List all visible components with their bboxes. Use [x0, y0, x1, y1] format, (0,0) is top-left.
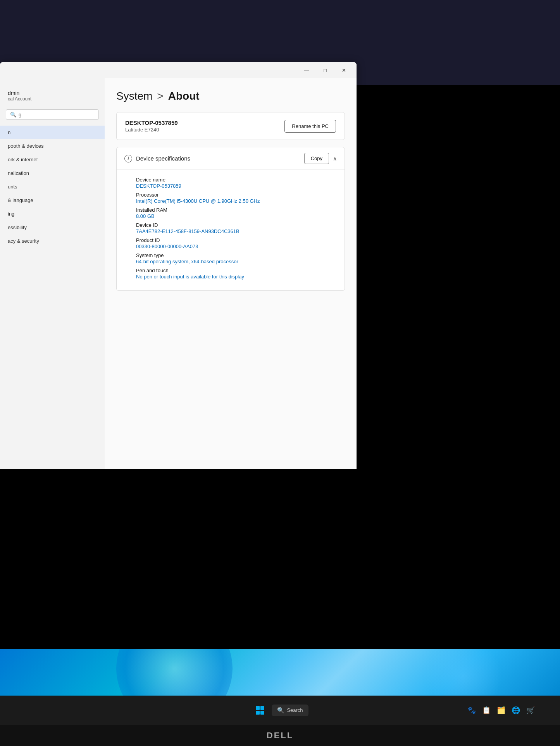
- sidebar: dmin cal Account 🔍 n pooth & devices ork…: [0, 78, 105, 469]
- tray-icon-2[interactable]: 📋: [480, 704, 493, 717]
- pc-name-card: DESKTOP-0537859 Latitude E7240 Rename th…: [116, 112, 345, 140]
- sidebar-item-accounts[interactable]: unts: [0, 180, 105, 193]
- taskbar-windows-button[interactable]: [252, 702, 269, 719]
- search-input[interactable]: [19, 112, 95, 117]
- close-button[interactable]: ✕: [335, 64, 353, 76]
- spec-label-pen-touch: Pen and touch: [136, 268, 333, 273]
- copy-button[interactable]: Copy: [304, 153, 329, 164]
- device-specs-section: i Device specifications Copy ∧ Device na…: [116, 147, 345, 291]
- spec-row-device-id: Device ID 7AA4E782-E112-458F-8159-AN93DC…: [136, 222, 333, 234]
- spec-row-device-name: Device name DESKTOP-0537859: [136, 177, 333, 189]
- pc-name: DESKTOP-0537859: [125, 119, 178, 126]
- breadcrumb: System > About: [116, 90, 345, 102]
- sidebar-item-system[interactable]: n: [0, 126, 105, 139]
- spec-value-ram: 8.00 GB: [136, 213, 333, 219]
- sidebar-item-gaming[interactable]: ing: [0, 207, 105, 221]
- sidebar-account-type: cal Account: [8, 96, 97, 102]
- tray-icon-3[interactable]: 🗂️: [495, 704, 507, 717]
- spec-label-device-name: Device name: [136, 177, 333, 183]
- tray-icon-edge[interactable]: 🌐: [510, 704, 522, 717]
- sidebar-item-privacy[interactable]: acy & security: [0, 234, 105, 248]
- wallpaper-strip: [0, 649, 560, 696]
- sidebar-username: dmin: [8, 90, 97, 96]
- sidebar-item-network[interactable]: ork & internet: [0, 153, 105, 166]
- spec-value-system-type: 64-bit operating system, x64-based proce…: [136, 259, 333, 264]
- sidebar-item-personalization[interactable]: nalization: [0, 166, 105, 180]
- spec-value-pen-touch: No pen or touch input is available for t…: [136, 274, 333, 280]
- pc-model: Latitude E7240: [125, 127, 178, 133]
- tray-icon-1[interactable]: 🐾: [465, 704, 478, 717]
- spec-row-ram: Installed RAM 8.00 GB: [136, 207, 333, 219]
- breadcrumb-parent: System: [116, 90, 152, 102]
- spec-row-processor: Processor Intel(R) Core(TM) i5-4300U CPU…: [136, 192, 333, 204]
- settings-window: — □ ✕ dmin cal Account 🔍 n pooth & devic…: [0, 62, 357, 469]
- sidebar-navigation: n pooth & devices ork & internet nalizat…: [0, 126, 105, 248]
- specs-header-actions: Copy ∧: [304, 153, 337, 164]
- breadcrumb-separator: >: [157, 90, 163, 102]
- taskbar-search[interactable]: 🔍 Search: [272, 705, 308, 716]
- sidebar-item-time[interactable]: & language: [0, 193, 105, 207]
- spec-row-pen-touch: Pen and touch No pen or touch input is a…: [136, 268, 333, 280]
- title-bar: — □ ✕: [0, 62, 357, 78]
- sidebar-user-info: dmin cal Account: [0, 86, 105, 109]
- search-icon: 🔍: [10, 112, 16, 117]
- info-icon: i: [124, 155, 132, 162]
- taskbar-right: 🐾 📋 🗂️ 🌐 🛒: [465, 704, 537, 717]
- minimize-button[interactable]: —: [298, 64, 315, 76]
- spec-row-system-type: System type 64-bit operating system, x64…: [136, 252, 333, 264]
- device-specs-title: Device specifications: [136, 155, 190, 162]
- spec-label-device-id: Device ID: [136, 222, 333, 228]
- sidebar-search-box[interactable]: 🔍: [6, 109, 99, 120]
- spec-value-device-name: DESKTOP-0537859: [136, 183, 333, 189]
- rename-pc-button[interactable]: Rename this PC: [284, 120, 336, 133]
- breadcrumb-current: About: [168, 90, 200, 102]
- device-specs-title-group: i Device specifications: [124, 155, 190, 162]
- chevron-up-icon[interactable]: ∧: [333, 155, 337, 162]
- taskbar-search-icon: 🔍: [277, 707, 284, 714]
- taskbar: 🔍 Search 🐾 📋 🗂️ 🌐 🛒: [0, 696, 560, 725]
- bottom-bar: DELL: [0, 725, 560, 746]
- maximize-button[interactable]: □: [316, 64, 334, 76]
- spec-label-processor: Processor: [136, 192, 333, 198]
- spec-value-processor: Intel(R) Core(TM) i5-4300U CPU @ 1.90GHz…: [136, 198, 333, 204]
- spec-label-product-id: Product ID: [136, 237, 333, 243]
- device-specs-header: i Device specifications Copy ∧: [117, 147, 345, 170]
- spec-label-ram: Installed RAM: [136, 207, 333, 213]
- taskbar-search-label: Search: [287, 707, 303, 713]
- spec-value-device-id: 7AA4E782-E112-458F-8159-AN93DC4C361B: [136, 228, 333, 234]
- main-content: System > About DESKTOP-0537859 Latitude …: [105, 78, 357, 469]
- windows-icon: [256, 706, 264, 715]
- pc-name-info: DESKTOP-0537859 Latitude E7240: [125, 119, 178, 133]
- sidebar-item-bluetooth[interactable]: pooth & devices: [0, 139, 105, 153]
- window-controls: — □ ✕: [298, 64, 353, 76]
- spec-row-product-id: Product ID 00330-80000-00000-AA073: [136, 237, 333, 249]
- page-header: System > About: [116, 90, 345, 102]
- sidebar-item-accessibility[interactable]: essibility: [0, 221, 105, 234]
- tray-icon-store[interactable]: 🛒: [524, 704, 537, 717]
- spec-value-product-id: 00330-80000-00000-AA073: [136, 243, 333, 249]
- specs-table: Device name DESKTOP-0537859 Processor In…: [117, 170, 345, 290]
- spec-label-system-type: System type: [136, 252, 333, 258]
- dell-logo: DELL: [267, 730, 293, 741]
